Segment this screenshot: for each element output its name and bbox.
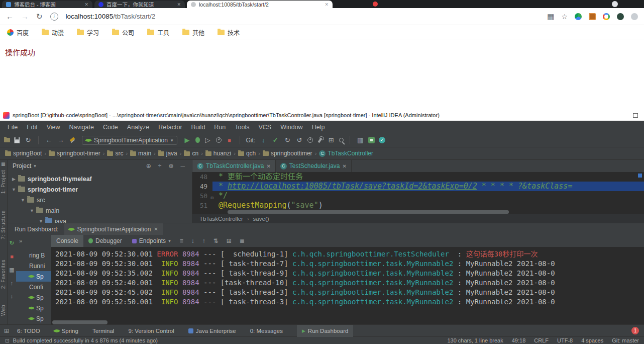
debug-icon[interactable]	[195, 137, 200, 143]
forward-icon[interactable]: →	[21, 12, 29, 21]
editor-breadcrumb-item[interactable]: save()	[253, 216, 269, 222]
tab-close-icon[interactable]: ✕	[177, 2, 181, 7]
locate-icon[interactable]: ⊕	[146, 162, 151, 169]
check-circle-icon[interactable]: ✓	[379, 137, 385, 143]
bookmark-item[interactable]: 学习	[77, 28, 99, 37]
project-tree-item[interactable]: ▼java	[8, 216, 192, 223]
page-info-icon[interactable]: i	[50, 13, 58, 21]
search-icon[interactable]	[339, 138, 344, 142]
browser-tab[interactable]: 博客后台 - 博客园✕	[2, 1, 92, 8]
coverage-icon[interactable]: ▷	[204, 136, 212, 144]
code-line[interactable]: 48* 更新一个动态定时任务	[192, 172, 644, 182]
project-tree-item[interactable]: ▼src	[8, 195, 192, 205]
toolwindow-9-version-control[interactable]: 9: Version Control	[128, 325, 174, 337]
extension-icon[interactable]	[617, 13, 624, 20]
breadcrumb-item[interactable]: springBoot	[5, 150, 42, 157]
dashboard-tree-item[interactable]: Sp	[16, 313, 51, 324]
build-hammer-icon[interactable]	[69, 137, 76, 143]
expand-icon[interactable]: ↑	[11, 280, 14, 286]
profiler-icon[interactable]	[216, 137, 222, 143]
bookmark-item[interactable]: 动漫	[42, 28, 64, 37]
rollback-icon[interactable]: ↺	[295, 136, 303, 144]
rerun-icon[interactable]: ↻	[10, 240, 14, 246]
toolwindow-switcher-icon[interactable]: ⊞	[4, 327, 9, 334]
open-icon[interactable]	[4, 138, 10, 142]
back-icon[interactable]: ←	[45, 136, 53, 144]
code-line[interactable]: 50⊟*/	[192, 191, 644, 201]
settings-gear-icon[interactable]: ⊛	[168, 162, 173, 169]
menu-tools[interactable]: Tools	[230, 124, 254, 131]
scroll-down-icon[interactable]: ↓	[191, 237, 194, 244]
browser-tab[interactable]: localhost:10085/tbTask/start/2✕	[187, 1, 333, 8]
breadcrumb-item[interactable]: springboot-timer	[49, 150, 100, 157]
menu-analyze[interactable]: Analyze	[123, 124, 154, 131]
toolwindow-terminal[interactable]: Terminal	[92, 325, 114, 337]
extension-icon[interactable]	[589, 13, 596, 20]
menu-run[interactable]: Run	[209, 124, 230, 131]
breadcrumb-item[interactable]: java	[158, 150, 177, 157]
sync-icon[interactable]: ↻	[24, 136, 32, 144]
menu-code[interactable]: Code	[98, 124, 123, 131]
notification-badge[interactable]: 1	[631, 327, 639, 334]
browser-avatar-icon[interactable]	[612, 1, 618, 7]
extension-icon[interactable]	[603, 13, 610, 20]
tab-close-icon[interactable]: ✕	[84, 2, 88, 7]
stop-icon[interactable]: ■	[226, 137, 234, 143]
tree-arrow-icon[interactable]: ▼	[38, 219, 44, 223]
menu-build[interactable]: Build	[187, 124, 210, 131]
tree-arrow-icon[interactable]: ▶	[11, 177, 17, 182]
browser-tab[interactable]: 百度一下，你就知道✕	[94, 1, 185, 8]
breadcrumb-item[interactable]: cn	[184, 150, 198, 157]
bookmark-item[interactable]: 公司	[112, 28, 134, 37]
toolwindow-0-messages[interactable]: 0: Messages	[250, 325, 283, 337]
console-output[interactable]: 2021-08-09 09:52:30.001 ERROR 8984 --- […	[51, 247, 644, 320]
dashboard-tree-item[interactable]: Runni	[16, 261, 51, 271]
tree-arrow-icon[interactable]: ▼	[29, 208, 35, 213]
dashboard-tree-item[interactable]: Sp	[16, 271, 51, 282]
git-refresh-icon[interactable]: ↻	[283, 136, 291, 144]
status-item-git-master[interactable]: Git: master	[612, 337, 639, 344]
address-bar[interactable]: localhost:10085/tbTask/start/2	[66, 13, 540, 20]
git-commit-icon[interactable]: ✓	[271, 136, 279, 144]
bookmark-item[interactable]: 其他	[182, 28, 204, 37]
status-item-utf-8[interactable]: UTF-8	[557, 337, 573, 344]
profile-avatar-icon[interactable]	[631, 13, 638, 20]
status-item-4-spaces[interactable]: 4 spaces	[581, 337, 603, 344]
dashboard-tree-item[interactable]: Sp	[16, 292, 51, 303]
scrollbar-thumb[interactable]	[52, 320, 108, 324]
breadcrumb-item[interactable]: springboottimer	[263, 150, 312, 157]
dashboard-tree-item[interactable]: Sp	[16, 303, 51, 313]
breadcrumb-item[interactable]: qch	[238, 150, 256, 157]
settings-lines-icon[interactable]: ≣	[240, 237, 245, 244]
tab-close-icon[interactable]: ✕	[343, 163, 347, 169]
apps-grid-icon[interactable]: ▦	[547, 12, 554, 21]
reload-icon[interactable]: ↻	[36, 12, 43, 21]
collapse-icon[interactable]: ↓	[11, 293, 14, 299]
window-restore-icon[interactable]	[633, 113, 638, 118]
grid-edit-icon[interactable]: ▦	[356, 136, 364, 144]
breadcrumb-item[interactable]: CTbTaskController	[319, 150, 373, 157]
project-tree-item[interactable]: ▼springboot-timer	[8, 184, 192, 195]
code-line[interactable]: 51@RequestMapping("save")	[192, 201, 644, 210]
tool-button-1-project[interactable]: 1: Project	[1, 170, 6, 194]
chevrons-icon[interactable]: »	[19, 238, 22, 244]
toolwindow-6-todo[interactable]: 6: TODO	[17, 325, 40, 337]
console-hscrollbar[interactable]	[51, 320, 644, 324]
project-tree-item[interactable]: ▶springboot-thymeleaf	[8, 174, 192, 184]
console-tab-debugger[interactable]: Debugger	[83, 235, 127, 247]
breadcrumb-item[interactable]: huanzi	[205, 150, 231, 157]
project-panel-title[interactable]: Project	[13, 162, 31, 169]
status-item-crlf[interactable]: CRLF	[534, 337, 549, 344]
breadcrumb-item[interactable]: src	[107, 150, 123, 157]
soft-wrap-icon[interactable]: ⊞	[227, 237, 232, 244]
extension-icon[interactable]	[575, 13, 582, 20]
code-line[interactable]: 49* http://localhost:10085/tbTask/save?t…	[192, 182, 644, 191]
menu-file[interactable]: File	[3, 124, 22, 131]
editor-hscrollbar[interactable]	[192, 210, 644, 214]
tree-arrow-icon[interactable]: ▼	[20, 198, 26, 203]
scroll-up-icon[interactable]: ↑	[202, 237, 205, 244]
history-clock-icon[interactable]	[307, 137, 313, 143]
tool-button-7-structure[interactable]: 7: Structure	[1, 210, 6, 239]
config-grid-icon[interactable]: ▦	[9, 267, 14, 273]
toolwindow-spring[interactable]: Spring	[54, 325, 78, 337]
